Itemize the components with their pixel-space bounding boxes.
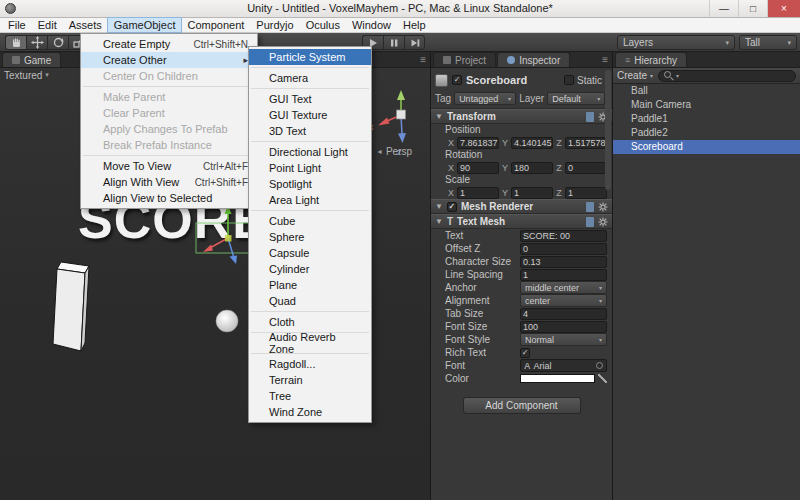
submenu-item-particle-system[interactable]: Particle System: [249, 49, 371, 65]
submenu-item-quad[interactable]: Quad: [249, 293, 371, 309]
submenu-item-terrain[interactable]: Terrain: [249, 372, 371, 388]
rich-text-checkbox[interactable]: ✓: [520, 348, 530, 358]
font-style-dropdown[interactable]: Normal ▾: [520, 333, 607, 346]
menu-purdyjo[interactable]: Purdyjo: [250, 18, 299, 32]
submenu-item-cube[interactable]: Cube: [249, 213, 371, 229]
hand-tool-button[interactable]: [5, 35, 26, 50]
mesh-renderer-component-header[interactable]: ▼ ✓ Mesh Renderer: [431, 199, 612, 214]
menu-file[interactable]: File: [2, 18, 32, 32]
submenu-item-wind-zone[interactable]: Wind Zone: [249, 404, 371, 420]
menu-item-create-empty[interactable]: Create Empty Ctrl+Shift+N: [81, 36, 257, 52]
menu-item-center-on-children[interactable]: Center On Children: [81, 68, 257, 84]
ball-object[interactable]: [216, 310, 238, 332]
scale-z-field[interactable]: 1: [565, 187, 607, 199]
tab-size-field[interactable]: 4: [520, 308, 607, 320]
menu-item-make-parent[interactable]: Make Parent: [81, 89, 257, 105]
menu-window[interactable]: Window: [346, 18, 397, 32]
inspector-panel-menu-icon[interactable]: ≡: [602, 54, 608, 65]
menu-item-align-view-to-selected[interactable]: Align View to Selected: [81, 190, 257, 206]
perspective-label[interactable]: ◄ Persp: [376, 146, 412, 157]
menu-item-clear-parent[interactable]: Clear Parent: [81, 105, 257, 121]
hierarchy-item-scoreboard[interactable]: Scoreboard: [613, 140, 800, 154]
gear-icon[interactable]: [598, 202, 608, 212]
line-spacing-field[interactable]: 1: [520, 269, 607, 281]
gameobject-name[interactable]: Scoreboard: [466, 74, 527, 86]
submenu-item-camera[interactable]: Camera: [249, 70, 371, 86]
tab-hierarchy[interactable]: ≡ Hierarchy: [615, 52, 687, 67]
menu-item-apply-changes-to-prefab[interactable]: Apply Changes To Prefab: [81, 121, 257, 137]
create-dropdown[interactable]: Create ▾: [617, 70, 653, 81]
submenu-item-directional-light[interactable]: Directional Light: [249, 144, 371, 160]
rotation-z-field[interactable]: 0: [565, 162, 607, 174]
submenu-item-ragdoll[interactable]: Ragdoll...: [249, 356, 371, 372]
foldout-icon[interactable]: ▼: [435, 217, 443, 226]
submenu-item-cylinder[interactable]: Cylinder: [249, 261, 371, 277]
text-field[interactable]: SCORE: 00: [520, 230, 607, 242]
submenu-item-capsule[interactable]: Capsule: [249, 245, 371, 261]
position-z-field[interactable]: 1.517578: [565, 137, 607, 149]
active-checkbox[interactable]: ✓: [452, 75, 462, 85]
pause-button[interactable]: [383, 35, 404, 50]
menu-gameobject[interactable]: GameObject: [108, 18, 182, 32]
maximize-button[interactable]: □: [738, 0, 767, 17]
submenu-item-gui-text[interactable]: GUI Text: [249, 91, 371, 107]
object-picker-icon[interactable]: [596, 362, 603, 369]
menu-assets[interactable]: Assets: [63, 18, 108, 32]
gear-icon[interactable]: [598, 217, 608, 227]
hierarchy-item-paddle2[interactable]: Paddle2: [613, 126, 800, 140]
layers-dropdown[interactable]: Layers ▾: [617, 35, 735, 50]
layer-dropdown[interactable]: Default ▾: [547, 92, 605, 105]
text-mesh-component-header[interactable]: ▼ T Text Mesh: [431, 214, 612, 229]
hierarchy-item-ball[interactable]: Ball: [613, 84, 800, 98]
scale-x-field[interactable]: 1: [457, 187, 499, 199]
menu-help[interactable]: Help: [397, 18, 432, 32]
scale-y-field[interactable]: 1: [511, 187, 553, 199]
anchor-dropdown[interactable]: middle center ▾: [520, 281, 607, 294]
close-button[interactable]: ×: [767, 0, 800, 17]
submenu-item-tree[interactable]: Tree: [249, 388, 371, 404]
offset-z-field[interactable]: 0: [520, 243, 607, 255]
hierarchy-item-main-camera[interactable]: Main Camera: [613, 98, 800, 112]
menu-component[interactable]: Component: [181, 18, 250, 32]
mesh-renderer-enabled-checkbox[interactable]: ✓: [447, 202, 457, 212]
eyedropper-icon[interactable]: [598, 374, 607, 383]
inspector-scrollbar[interactable]: [605, 70, 611, 190]
submenu-item-audio-reverb-zone[interactable]: Audio Reverb Zone: [249, 335, 371, 351]
submenu-item-sphere[interactable]: Sphere: [249, 229, 371, 245]
transform-component-header[interactable]: ▼ Transform: [431, 109, 612, 124]
help-doc-icon[interactable]: [586, 217, 594, 227]
menu-item-move-to-view[interactable]: Move To View Ctrl+Alt+F: [81, 158, 257, 174]
submenu-item-gui-texture[interactable]: GUI Texture: [249, 107, 371, 123]
step-button[interactable]: [404, 35, 425, 50]
menu-item-create-other[interactable]: Create Other ▸: [81, 52, 257, 68]
submenu-item-plane[interactable]: Plane: [249, 277, 371, 293]
submenu-item-3d-text[interactable]: 3D Text: [249, 123, 371, 139]
tab-project[interactable]: Project: [433, 52, 496, 67]
hierarchy-search-input[interactable]: ▾: [658, 70, 796, 82]
rotation-y-field[interactable]: 180: [511, 162, 553, 174]
foldout-icon[interactable]: ▼: [435, 202, 443, 211]
alignment-dropdown[interactable]: center ▾: [520, 294, 607, 307]
character-size-field[interactable]: 0.13: [520, 256, 607, 268]
submenu-item-cloth[interactable]: Cloth: [249, 314, 371, 330]
position-x-field[interactable]: 7.861837: [457, 137, 499, 149]
move-tool-button[interactable]: [26, 35, 47, 50]
static-checkbox[interactable]: [564, 75, 574, 85]
position-y-field[interactable]: 4.140145: [511, 137, 553, 149]
minimize-button[interactable]: —: [709, 0, 738, 17]
menu-oculus[interactable]: Oculus: [300, 18, 346, 32]
tag-dropdown[interactable]: Untagged ▾: [454, 92, 516, 105]
submenu-item-point-light[interactable]: Point Light: [249, 160, 371, 176]
paddle1-object[interactable]: [53, 262, 89, 351]
font-size-field[interactable]: 100: [520, 321, 607, 333]
menu-item-align-with-view[interactable]: Align With View Ctrl+Shift+F: [81, 174, 257, 190]
foldout-icon[interactable]: ▼: [435, 112, 443, 121]
menu-item-break-prefab-instance[interactable]: Break Prefab Instance: [81, 137, 257, 153]
menu-edit[interactable]: Edit: [32, 18, 63, 32]
submenu-item-spotlight[interactable]: Spotlight: [249, 176, 371, 192]
color-swatch[interactable]: [520, 374, 595, 383]
help-doc-icon[interactable]: [586, 112, 594, 122]
hierarchy-item-paddle1[interactable]: Paddle1: [613, 112, 800, 126]
add-component-button[interactable]: Add Component: [463, 397, 581, 414]
tab-inspector[interactable]: Inspector: [497, 52, 570, 67]
